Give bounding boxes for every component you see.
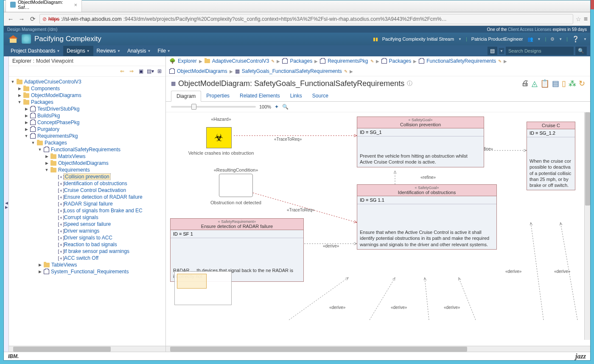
svg-line-7: [425, 278, 429, 320]
sidebar-toggle[interactable]: ◀▶: [4, 56, 9, 352]
info-icon[interactable]: ⓘ: [407, 80, 412, 87]
folder-icon: [205, 59, 210, 63]
stream-name[interactable]: Pacifying Complexity Initial Stream: [382, 36, 454, 42]
bc-item[interactable]: Packages: [389, 58, 412, 64]
tab-links[interactable]: Links: [285, 91, 307, 101]
copy-icon[interactable]: 📋: [540, 79, 549, 88]
tree-requirement-item[interactable]: [«]Loss of signals from Brake and EC: [51, 207, 165, 214]
bc-explorer[interactable]: Explorer: [178, 58, 197, 64]
tree-requirement-item[interactable]: [«]ACC switch Off: [51, 255, 165, 261]
bc-item[interactable]: FunctionalSafetyRequirements: [426, 58, 496, 64]
forward-button[interactable]: →: [17, 15, 26, 23]
pencil-icon[interactable]: ✎: [271, 59, 275, 64]
tree-pkg[interactable]: ▶ConceptPhasePkg: [24, 119, 165, 126]
tree-components[interactable]: ▶Components: [17, 85, 165, 92]
browser-tab[interactable]: ObjectModelDiagram: Saf… ×: [6, 0, 82, 12]
bc-item[interactable]: ObjectModelDiagrams: [177, 68, 227, 74]
menu-analysis[interactable]: Analysis▼: [124, 46, 154, 56]
tree-requirement-item[interactable]: [«]Cruise Control Deactivation: [51, 187, 165, 194]
menu-designs[interactable]: Designs▼: [63, 46, 93, 56]
uml-sg12[interactable]: Cruise C ID = SG_1.2 When the cruise cor…: [527, 122, 575, 190]
help-icon[interactable]: ❔: [572, 36, 579, 42]
home-icon[interactable]: [7, 34, 19, 44]
tree-icon[interactable]: ▤: [552, 79, 559, 88]
menu-project-dashboards[interactable]: Project Dashboards▼: [7, 46, 63, 56]
tree-matrixviews[interactable]: ▶MatrixViews: [45, 153, 165, 160]
filter-icon[interactable]: ▤▾: [147, 68, 154, 75]
tree-requirement-item[interactable]: [«]Ensure detection of RADAR failure: [51, 194, 165, 200]
tree-omd2[interactable]: ▶ObjectModelDiagrams: [45, 160, 165, 167]
uml-sg1[interactable]: « SafetyGoal»Collision prevention ID = S…: [357, 117, 484, 167]
diagram-canvas-wrap[interactable]: «Hazard» ☣ Vehicle crashes into obstruct…: [166, 112, 590, 346]
app-title: Pacifying Complexity: [34, 35, 373, 43]
content-vscrollbar[interactable]: [584, 112, 590, 340]
zoom-fit-icon[interactable]: ✦: [275, 104, 279, 110]
tree-requirement-item[interactable]: [«]If brake sensor pad warnings: [51, 248, 165, 255]
tree-packages[interactable]: ▼Packages: [17, 99, 165, 106]
content-hscrollbar[interactable]: [166, 346, 590, 352]
tree-requirement-item[interactable]: [«]Reaction to bad signals: [51, 241, 165, 248]
tree-requirement-item[interactable]: [«]Speed sensor failure: [51, 221, 165, 228]
uml-sg11[interactable]: « SafetyGoal»Identification of obstructi…: [357, 184, 497, 250]
tree-pkg[interactable]: ▶Purgatory: [24, 126, 165, 133]
user-name[interactable]: Patricia ProductEngineer: [471, 36, 523, 42]
zoom-mag-icon[interactable]: 🔍: [282, 104, 289, 110]
tree-requirement-item[interactable]: [«]RADAR Signal failure: [51, 200, 165, 207]
tree-root[interactable]: ▼AdaptiveCruiseControlV3: [11, 78, 165, 85]
tree-requirement-item[interactable]: [«]Driver warnings: [51, 228, 165, 234]
svg-line-9: [531, 222, 544, 320]
tree-omd[interactable]: ▶ObjectModelDiagrams: [17, 92, 165, 99]
bc-current[interactable]: SafetyGoals_FunctionalSafetyRequirements: [242, 68, 342, 74]
tab-related[interactable]: Related Elements: [235, 91, 285, 101]
print-icon[interactable]: 🖨: [521, 79, 529, 88]
tree-subpkg[interactable]: ▼Packages: [31, 139, 165, 146]
tree-requirement-item[interactable]: [«]Driver signals to ACC: [51, 234, 165, 241]
tree-pkg[interactable]: ▶BuildsPkg: [24, 112, 165, 119]
url-input[interactable]: ⊘ https ://sl-win-rhap.atsodius.com :944…: [39, 14, 573, 24]
layout-icon[interactable]: ▤: [488, 47, 497, 55]
app-context: Design Management (/dm): [7, 27, 57, 32]
minimap-viewport[interactable]: [177, 274, 207, 289]
bc-item[interactable]: RequirementsPkg: [328, 58, 368, 64]
reload-button[interactable]: ⟳: [28, 15, 37, 23]
tree-reqpkg[interactable]: ▼RequirementsPkg: [24, 133, 165, 139]
menu-icon[interactable]: ≡: [584, 15, 588, 23]
palette-icon[interactable]: ◬: [532, 79, 538, 88]
expand-icon[interactable]: ⊞: [156, 68, 163, 75]
hazard-icon[interactable]: ☣: [206, 127, 232, 148]
menu-reviews[interactable]: Reviews▼: [93, 46, 124, 56]
zoom-slider[interactable]: [171, 106, 256, 108]
tab-close-icon[interactable]: ×: [74, 2, 77, 8]
minimap[interactable]: [174, 271, 232, 305]
bookmark-icon[interactable]: ☆: [576, 16, 581, 22]
search-input[interactable]: [506, 47, 574, 55]
tree-sysfr[interactable]: ▶System_Functional_Requirements: [38, 268, 165, 275]
tree-requirements[interactable]: ▼Requirements: [45, 167, 165, 173]
tree-requirement-item[interactable]: [«]Identification of obstructions: [51, 180, 165, 187]
tree-pkg[interactable]: ▶TestDriverStubPkg: [24, 106, 165, 112]
nav-fwd-icon[interactable]: ⇒: [128, 68, 135, 75]
menu-file[interactable]: File▼: [154, 46, 174, 56]
tree-requirement-item[interactable]: [«]Corrupt signals: [51, 214, 165, 221]
bc-item[interactable]: Packages: [290, 58, 312, 64]
tab-source[interactable]: Source: [307, 91, 333, 101]
zoom-bar: 100% ✦ 🔍: [166, 102, 590, 112]
explorer-hscrollbar[interactable]: [9, 346, 165, 352]
collapse-icon[interactable]: ▣: [137, 68, 144, 75]
resulting-condition-box[interactable]: [219, 174, 253, 197]
nav-back-icon[interactable]: ⇐: [119, 68, 126, 75]
doc-icon[interactable]: ▯: [562, 79, 566, 88]
search-icon[interactable]: 🔍: [575, 47, 587, 55]
tab-diagram[interactable]: Diagram: [171, 91, 201, 102]
gear-icon[interactable]: ⚙: [550, 36, 555, 42]
bc-item[interactable]: AdaptiveCruiseControlV3: [212, 58, 269, 64]
refresh-icon[interactable]: ↻: [579, 79, 585, 88]
tab-properties[interactable]: Properties: [201, 91, 235, 101]
back-button[interactable]: ←: [6, 15, 15, 23]
tree-fsreq[interactable]: ▼FunctionalSafetyRequirements: [38, 146, 165, 153]
users-icon[interactable]: 👥: [527, 36, 533, 42]
settings-icon[interactable]: ⁂: [569, 79, 576, 88]
license-link[interactable]: Client Access Licenses: [508, 27, 551, 32]
tree-requirement-item[interactable]: [«]Collision prevention: [51, 173, 165, 180]
tree-tableviews[interactable]: ▶TableViews: [38, 261, 165, 268]
